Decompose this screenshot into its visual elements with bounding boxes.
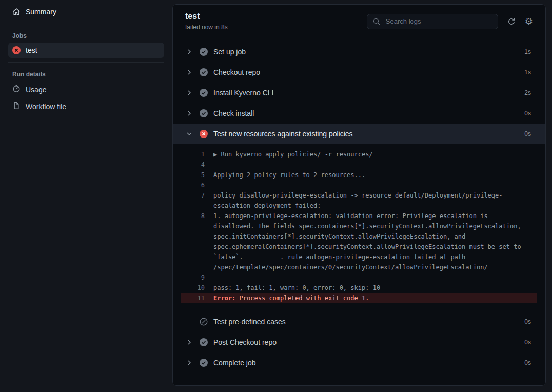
sidebar-item-workflow-file[interactable]: Workflow file [8, 98, 164, 115]
step-row-complete-job[interactable]: Complete job 0s [173, 352, 545, 373]
chevron-right-icon[interactable] [185, 89, 193, 97]
log-line-number[interactable]: 10 [193, 283, 205, 293]
step-label: Install Kyverno CLI [213, 89, 274, 97]
error-prefix: Error: [213, 295, 235, 302]
step-log-output: 1 ▶ Run kyverno apply policies/ -r resou… [173, 144, 545, 311]
error-message: Process completed with exit code 1. [235, 295, 369, 302]
log-line: 8 1. autogen-privilege-escalation: valid… [173, 211, 545, 272]
log-line-number[interactable]: 4 [193, 160, 205, 170]
log-line: 4 [173, 160, 545, 170]
job-title: test [185, 12, 228, 21]
step-duration: 1s [524, 69, 531, 76]
step-row-post-checkout-repo[interactable]: Post Checkout repo 0s [173, 332, 545, 352]
chevron-down-icon[interactable] [185, 130, 193, 138]
log-line: 6 [173, 180, 545, 190]
check-circle-icon [200, 359, 208, 367]
step-label: Post Checkout repo [213, 338, 277, 346]
log-line-text: Error: Process completed with exit code … [213, 293, 531, 303]
step-row-set-up-job[interactable]: Set up job 1s [173, 42, 545, 62]
step-label: Test new resources against existing poli… [213, 130, 353, 138]
log-line: 5 Applying 2 policy rules to 2 resources… [173, 170, 545, 180]
log-line-text: Applying 2 policy rules to 2 resources..… [213, 170, 531, 180]
log-line: 9 [173, 272, 545, 283]
step-row-test-new-resources[interactable]: Test new resources against existing poli… [173, 124, 545, 144]
check-circle-icon [200, 89, 208, 97]
step-duration: 0s [524, 110, 531, 117]
search-logs-box[interactable] [367, 14, 498, 29]
x-circle-icon [12, 46, 21, 54]
log-line-error: 11 Error: Process completed with exit co… [181, 293, 537, 303]
jobs-header: Jobs [8, 28, 164, 43]
log-line-text [213, 160, 531, 170]
log-line: 7 policy disallow-privilege-escalation -… [173, 190, 545, 211]
log-line-number[interactable]: 6 [193, 180, 205, 190]
chevron-right-icon[interactable] [185, 109, 193, 117]
step-label: Checkout repo [213, 68, 260, 76]
chevron-right-icon[interactable] [185, 48, 193, 56]
search-icon [372, 17, 381, 26]
step-row-checkout-repo[interactable]: Checkout repo 1s [173, 62, 545, 83]
x-circle-icon [200, 130, 208, 138]
search-logs-input[interactable] [385, 17, 492, 26]
sidebar-divider [8, 62, 164, 63]
job-label: test [26, 46, 37, 54]
step-label: Test pre-defined cases [213, 318, 286, 326]
log-line: 10 pass: 1, fail: 1, warn: 0, error: 0, … [173, 283, 545, 293]
step-row-check-install[interactable]: Check install 0s [173, 103, 545, 124]
log-line-number[interactable]: 8 [193, 211, 205, 272]
check-circle-icon [200, 109, 208, 117]
log-line-text: pass: 1, fail: 1, warn: 0, error: 0, ski… [213, 283, 531, 293]
panel-header: test failed now in 8s ⚙ [173, 5, 545, 37]
home-icon [12, 8, 21, 16]
log-line-number[interactable]: 11 [193, 293, 205, 303]
log-line: 1 ▶ Run kyverno apply policies/ -r resou… [173, 149, 545, 160]
log-line-text [213, 180, 531, 190]
usage-label: Usage [26, 86, 46, 94]
job-title-block: test failed now in 8s [185, 12, 228, 31]
log-line-text: policy disallow-privilege-escalation -> … [213, 190, 531, 211]
step-duration: 2s [524, 89, 531, 96]
step-duration: 0s [524, 318, 531, 325]
job-log-panel: test failed now in 8s ⚙ Set up job 1s [172, 4, 546, 386]
step-duration: 0s [524, 130, 531, 138]
sidebar-item-summary[interactable]: Summary [8, 4, 164, 19]
log-line-text: ▶ Run kyverno apply policies/ -r resourc… [213, 149, 531, 160]
step-row-test-pre-defined-cases[interactable]: Test pre-defined cases 0s [173, 311, 545, 332]
step-duration: 0s [524, 359, 531, 366]
check-circle-icon [200, 338, 208, 346]
steps-list: Set up job 1s Checkout repo 1s Install K… [173, 37, 545, 385]
log-line-text: 1. autogen-privilege-escalation: validat… [213, 211, 531, 272]
step-duration: 1s [524, 48, 531, 55]
chevron-right-icon[interactable] [185, 338, 193, 346]
refresh-icon[interactable] [507, 17, 516, 26]
step-label: Set up job [213, 48, 246, 56]
log-line-number[interactable]: 7 [193, 190, 205, 211]
log-line-number[interactable]: 9 [193, 272, 205, 283]
summary-label: Summary [26, 8, 56, 16]
panel-controls: ⚙ [367, 14, 533, 29]
sidebar: Summary Jobs test Run details Usage Work… [0, 0, 172, 392]
stopwatch-icon [12, 85, 21, 94]
step-label: Check install [213, 109, 254, 117]
check-circle-icon [200, 68, 208, 76]
log-line-text [213, 272, 531, 283]
sidebar-divider [8, 24, 164, 24]
sidebar-item-usage[interactable]: Usage [8, 81, 164, 98]
sidebar-job-test[interactable]: test [8, 43, 164, 58]
gear-icon[interactable]: ⚙ [525, 17, 533, 26]
skip-circle-icon [200, 318, 208, 326]
job-status-text: failed now in 8s [185, 24, 228, 31]
step-row-install-kyverno-cli[interactable]: Install Kyverno CLI 2s [173, 83, 545, 103]
chevron-right-icon[interactable] [185, 359, 193, 367]
workflow-file-icon [12, 102, 21, 111]
workflow-file-label: Workflow file [26, 103, 66, 111]
check-circle-icon [200, 48, 208, 56]
run-details-header: Run details [8, 67, 164, 81]
log-line-number[interactable]: 1 [193, 149, 205, 160]
step-label: Complete job [213, 359, 256, 367]
log-line-number[interactable]: 5 [193, 170, 205, 180]
chevron-right-icon[interactable] [185, 68, 193, 76]
step-duration: 0s [524, 339, 531, 346]
